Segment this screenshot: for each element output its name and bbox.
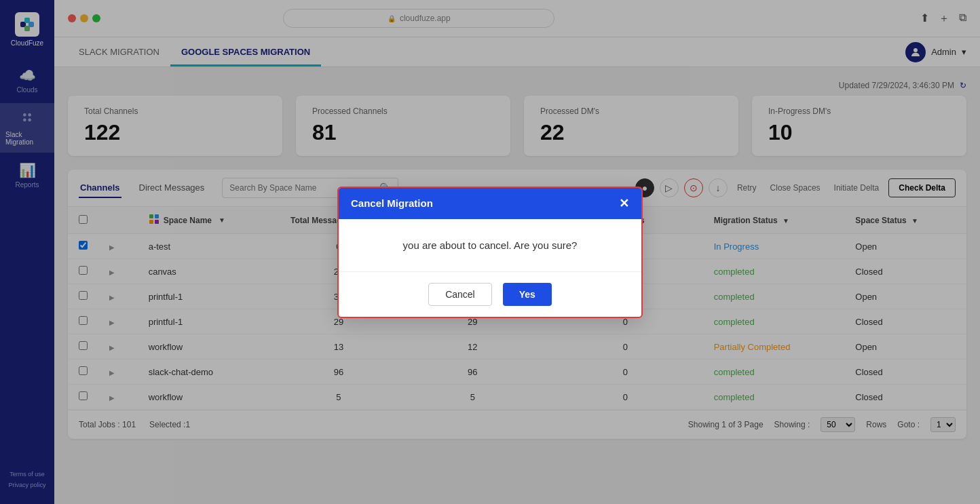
modal-cancel-button[interactable]: Cancel (428, 283, 492, 306)
modal-header: Cancel Migration ✕ (339, 188, 641, 219)
cancel-migration-modal: Cancel Migration ✕ you are about to canc… (337, 187, 643, 318)
modal-close-btn[interactable]: ✕ (619, 197, 629, 210)
modal-message: you are about to cancel. Are you sure? (403, 239, 578, 251)
modal-footer: Cancel Yes (339, 271, 641, 317)
modal-body: you are about to cancel. Are you sure? (339, 219, 641, 271)
modal-overlay: Cancel Migration ✕ you are about to canc… (0, 0, 980, 504)
modal-title: Cancel Migration (351, 197, 433, 209)
modal-yes-button[interactable]: Yes (503, 283, 552, 306)
